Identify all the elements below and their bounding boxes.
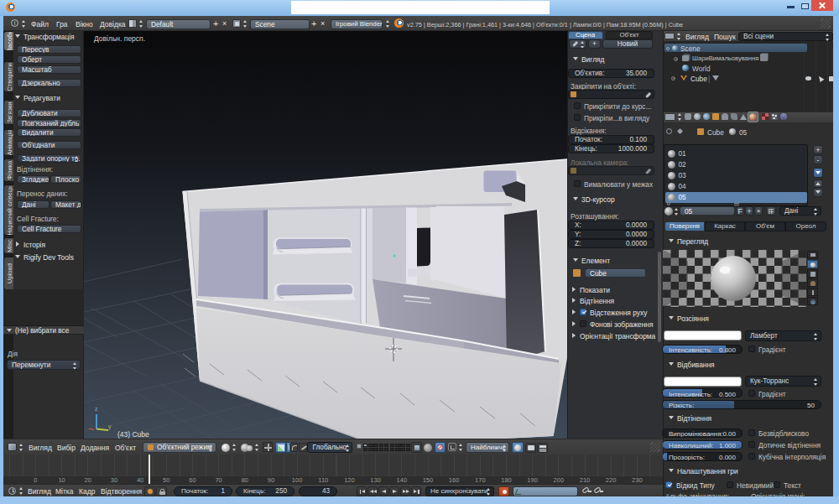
svg-text:(43) Cube: (43) Cube	[117, 430, 149, 439]
svg-text:z: z	[95, 406, 98, 412]
svg-text:Довільн. персп.: Довільн. персп.	[94, 34, 145, 43]
svg-text:y: y	[108, 423, 112, 430]
